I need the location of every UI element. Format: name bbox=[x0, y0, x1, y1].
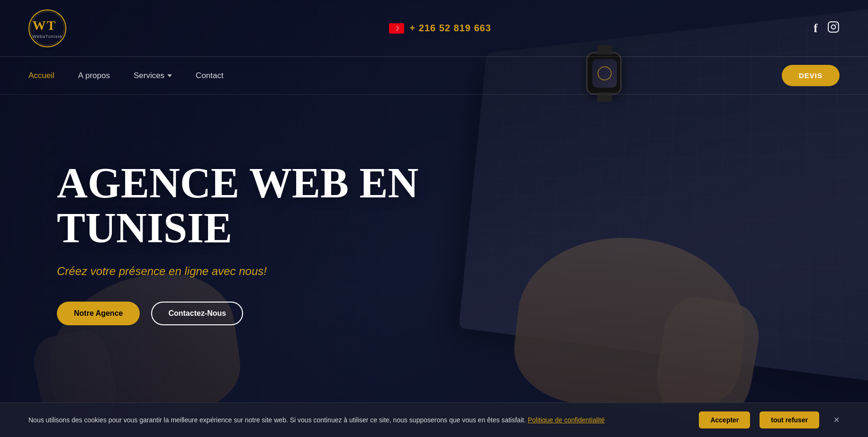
contactez-nous-button[interactable]: Contactez-Nous bbox=[151, 302, 243, 325]
nav-apropos[interactable]: A propos bbox=[78, 71, 110, 80]
hero-buttons: Notre Agence Contactez-Nous bbox=[57, 302, 811, 325]
cookie-close-button[interactable]: × bbox=[833, 414, 840, 426]
nav-services[interactable]: Services bbox=[134, 71, 172, 80]
svg-rect-0 bbox=[828, 22, 839, 32]
tunisia-flag bbox=[389, 23, 404, 34]
navbar: Accueil A propos Services Contact DEVIS bbox=[0, 57, 868, 95]
social-icons: f bbox=[814, 21, 840, 36]
instagram-icon[interactable] bbox=[827, 21, 840, 36]
nav-contact[interactable]: Contact bbox=[196, 71, 224, 80]
phone-area: + 216 52 819 663 bbox=[389, 23, 491, 34]
services-chevron-down-icon bbox=[167, 74, 172, 77]
devis-button[interactable]: DEVIS bbox=[782, 65, 840, 86]
svg-point-1 bbox=[832, 25, 836, 29]
cookie-refuse-button[interactable]: tout refuser bbox=[760, 411, 819, 428]
nav-services-label: Services bbox=[134, 71, 164, 80]
hero-title: AGENCE WEB EN TUNISIE bbox=[57, 161, 483, 250]
nav-links: Accueil A propos Services Contact bbox=[28, 71, 224, 80]
svg-point-2 bbox=[836, 23, 837, 24]
cookie-privacy-link[interactable]: Politique de confidentialité bbox=[528, 416, 605, 424]
logo-initials: WT bbox=[32, 18, 62, 33]
logo-subtitle: WebaTunisie bbox=[32, 34, 62, 39]
cookie-text: Nous utilisons des cookies pour vous gar… bbox=[28, 415, 689, 425]
cookie-banner: Nous utilisons des cookies pour vous gar… bbox=[0, 402, 868, 437]
hero-section: AGENCE WEB EN TUNISIE Créez votre présen… bbox=[0, 95, 868, 363]
logo[interactable]: WT WebaTunisie bbox=[28, 9, 66, 47]
hero-subtitle: Créez votre présence en ligne avec nous! bbox=[57, 265, 811, 278]
nav-accueil[interactable]: Accueil bbox=[28, 71, 54, 80]
logo-circle: WT WebaTunisie bbox=[28, 9, 66, 47]
facebook-icon[interactable]: f bbox=[814, 21, 818, 36]
cookie-accept-button[interactable]: Accepter bbox=[699, 411, 750, 428]
phone-number[interactable]: + 216 52 819 663 bbox=[410, 23, 491, 34]
notre-agence-button[interactable]: Notre Agence bbox=[57, 302, 140, 325]
